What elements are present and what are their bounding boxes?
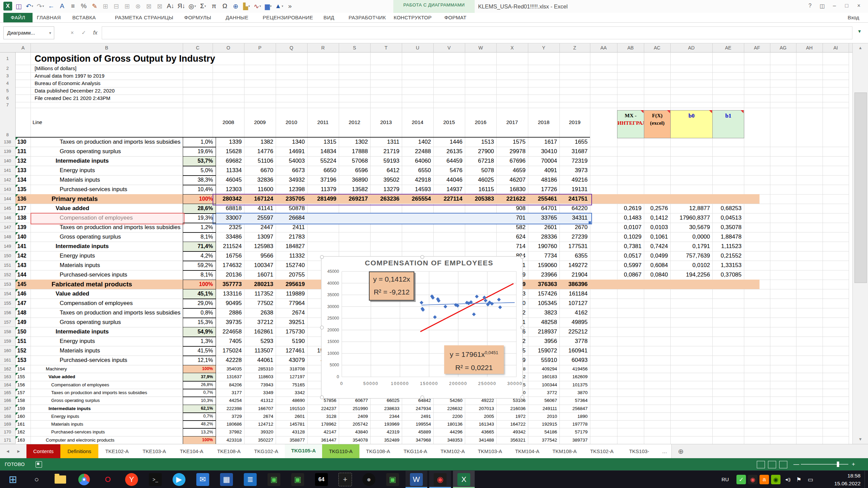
sheet-tab-TKG105-A[interactable]: TKG105-A (285, 444, 322, 460)
cell-Q149[interactable]: 184827 (276, 242, 305, 251)
cell-AD152[interactable]: 194,2256 (670, 270, 710, 280)
cell-Y168[interactable]: 2010 (528, 412, 557, 420)
cell-Y152[interactable]: 23966 (528, 270, 557, 280)
row-header-146[interactable]: 146 (0, 213, 15, 223)
row-header-138[interactable]: 138 (0, 137, 15, 147)
year-header-2008[interactable]: 2008 (213, 118, 244, 127)
cell-Y163[interactable]: 160183 (528, 373, 557, 381)
cell-Z159[interactable]: 3778 (559, 337, 588, 346)
sort-az-icon[interactable]: А↓ (165, 1, 176, 12)
cell-P163[interactable]: 118603 (244, 373, 273, 381)
word-icon[interactable]: W (406, 471, 427, 488)
cell-P154[interactable]: 117352 (244, 289, 273, 299)
cell-U170[interactable]: 45889 (402, 428, 431, 436)
row-header-139[interactable]: 139 (0, 147, 15, 156)
cell-AC151[interactable]: 0,6084 (644, 261, 668, 270)
cell-W142[interactable]: 46025 (465, 175, 494, 185)
chrome-icon[interactable] (73, 471, 95, 488)
cell-W167[interactable]: 207013 (465, 405, 494, 412)
cell-R140[interactable]: 55224 (307, 156, 336, 166)
cell-Y171[interactable]: 377542 (528, 436, 557, 444)
row-header-147[interactable]: 147 (0, 223, 15, 232)
zoom-in-button[interactable]: + (852, 458, 855, 470)
remote-desktop-icon-2[interactable]: ▣ (287, 471, 309, 488)
format-painter-icon[interactable]: ✎ (90, 1, 100, 12)
tab-конструктор[interactable]: КОНСТРУКТОР (394, 13, 432, 22)
sign-in-link[interactable]: Вход (848, 13, 859, 22)
row-header-171[interactable]: 171 (0, 436, 15, 444)
cell-S142[interactable]: 36890 (339, 175, 368, 185)
column-header-AC[interactable]: AC (644, 43, 671, 53)
pct-cell[interactable]: 8,1% (183, 270, 216, 280)
cell-P147[interactable]: 2447 (244, 223, 273, 232)
zoom-out-button[interactable]: — (793, 458, 799, 470)
cell-X142[interactable]: 46207 (496, 175, 526, 185)
tab-формат[interactable]: ФОРМАТ (444, 13, 466, 22)
pct-cell[interactable]: 26,8% (183, 381, 216, 389)
tabs-scroll-left[interactable]: ◄ (3, 444, 13, 459)
add-sheet-button[interactable]: ⊕ (673, 444, 688, 459)
pct-cell[interactable]: 37,9% (183, 373, 216, 382)
cell-Y157[interactable]: 48258 (528, 318, 557, 327)
sparkline-icon[interactable]: ∿▾ (252, 1, 262, 12)
cell-AD148[interactable]: 0,0000 (670, 232, 710, 242)
row-header-169[interactable]: 169 (0, 420, 15, 428)
cell-Z161[interactable]: 60493 (559, 355, 588, 365)
page-layout-view-button[interactable] (768, 461, 776, 468)
chart-selection-handle[interactable] (520, 395, 524, 399)
sheet-tab-TKG114-A[interactable]: TKG114-A (397, 444, 434, 458)
cell-Z156[interactable]: 4162 (559, 308, 588, 318)
blue-app-icon[interactable]: ≣ (239, 471, 261, 488)
cell-P160[interactable]: 113507 (244, 346, 273, 355)
cell-Q153[interactable]: 295619 (276, 280, 305, 289)
column-header-AB[interactable]: AB (617, 43, 644, 53)
cell-P150[interactable]: 9566 (244, 251, 273, 261)
column-header-A[interactable]: A (16, 43, 31, 53)
cell-U171[interactable]: 347968 (402, 436, 431, 444)
cell-Z165[interactable]: 3870 (559, 389, 588, 396)
year-header-2017[interactable]: 2017 (496, 118, 528, 127)
cell-S143[interactable]: 13582 (339, 185, 368, 194)
cell-Y161[interactable]: 55910 (528, 355, 557, 365)
column-header-W[interactable]: W (465, 43, 497, 53)
cell-Z143[interactable]: 19131 (559, 185, 588, 194)
cell-V143[interactable]: 14937 (433, 185, 462, 194)
language-indicator[interactable]: RU (722, 471, 729, 488)
row-label[interactable]: Value added (31, 373, 201, 381)
pct-cell[interactable]: 12,1% (183, 355, 216, 366)
cell-T143[interactable]: 13279 (370, 185, 399, 194)
compensation-chart[interactable]: 0500010000150002000025000300003500040000… (321, 256, 523, 399)
cell-O141[interactable]: 11334 (213, 166, 242, 175)
cell-T141[interactable]: 6412 (370, 166, 399, 175)
cell-X141[interactable]: 4659 (496, 166, 526, 175)
formula-bar-expand-icon[interactable]: ▼ (855, 29, 864, 38)
year-header-2018[interactable]: 2018 (528, 118, 559, 127)
cell-O164[interactable]: 84206 (213, 381, 242, 389)
cell-Q167[interactable]: 191510 (276, 405, 305, 412)
cell-Z171[interactable]: 389737 (559, 436, 588, 444)
sheet-tab-TKM104-A[interactable]: TKM104-A (509, 444, 546, 458)
cell-Z148[interactable]: 27239 (559, 232, 588, 242)
chart-selection-handle[interactable] (420, 255, 424, 259)
cell-O150[interactable]: 16756 (213, 251, 242, 261)
cell-Q156[interactable]: 2674 (276, 308, 305, 318)
cell-P162[interactable]: 285310 (244, 365, 273, 373)
cell-Z154[interactable]: 161184 (559, 289, 588, 299)
remote-desktop-icon-3[interactable]: ▣ (382, 471, 403, 488)
cell-U167[interactable]: 247934 (402, 405, 431, 412)
cell-O149[interactable]: 211524 (213, 242, 242, 251)
cell-O156[interactable]: 2886 (213, 308, 242, 318)
cell-Z149[interactable]: 177531 (559, 242, 588, 251)
cell-O163[interactable]: 131637 (213, 373, 242, 381)
save-icon[interactable]: ◫ (14, 1, 24, 12)
cell-AC148[interactable]: 0,1061 (644, 232, 668, 242)
cell-U143[interactable]: 14593 (402, 185, 431, 194)
insert-function-button[interactable]: fx (90, 26, 101, 39)
cell-O138[interactable]: 1339 (213, 137, 242, 147)
cell-Z157[interactable]: 49895 (559, 318, 588, 327)
pct-cell[interactable]: 1,0% (183, 137, 216, 147)
cell-Q142[interactable]: 34932 (276, 175, 305, 185)
cell-Q150[interactable]: 11332 (276, 251, 305, 261)
pct-cell[interactable]: 45,1% (183, 289, 216, 299)
pct-cell[interactable]: 15,3% (183, 318, 216, 328)
